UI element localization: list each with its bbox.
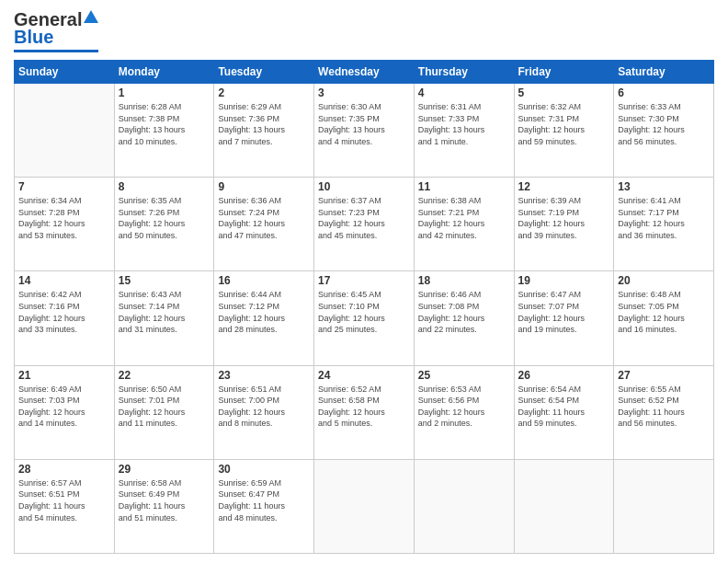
day-info: Sunrise: 6:57 AM Sunset: 6:51 PM Dayligh… [18,477,110,523]
calendar-week-row: 1Sunrise: 6:28 AM Sunset: 7:38 PM Daylig… [15,84,714,178]
table-row: 24Sunrise: 6:52 AM Sunset: 6:58 PM Dayli… [314,365,415,459]
col-tuesday: Tuesday [214,61,314,84]
calendar-week-row: 7Sunrise: 6:34 AM Sunset: 7:28 PM Daylig… [15,178,714,271]
calendar-week-row: 14Sunrise: 6:42 AM Sunset: 7:16 PM Dayli… [15,271,714,365]
day-number: 11 [418,180,510,193]
table-row: 27Sunrise: 6:55 AM Sunset: 6:52 PM Dayli… [614,365,714,459]
table-row: 10Sunrise: 6:37 AM Sunset: 7:23 PM Dayli… [314,178,415,271]
day-number: 21 [18,369,110,382]
day-info: Sunrise: 6:48 AM Sunset: 7:05 PM Dayligh… [618,289,710,335]
table-row: 1Sunrise: 6:28 AM Sunset: 7:38 PM Daylig… [114,84,214,178]
calendar-header-row: Sunday Monday Tuesday Wednesday Thursday… [15,61,714,84]
day-number: 19 [518,274,610,287]
table-row [614,459,714,553]
col-wednesday: Wednesday [314,61,415,84]
logo: General Blue [14,9,98,52]
col-saturday: Saturday [614,61,714,84]
day-number: 23 [218,369,310,382]
day-info: Sunrise: 6:51 AM Sunset: 7:00 PM Dayligh… [218,384,310,430]
col-monday: Monday [114,61,214,84]
calendar-week-row: 21Sunrise: 6:49 AM Sunset: 7:03 PM Dayli… [15,365,714,459]
day-number: 9 [218,180,310,193]
day-number: 6 [618,86,710,99]
day-number: 4 [418,86,510,99]
day-number: 26 [518,369,610,382]
day-number: 25 [418,369,510,382]
day-number: 29 [119,463,210,476]
table-row: 7Sunrise: 6:34 AM Sunset: 7:28 PM Daylig… [15,178,115,271]
table-row: 3Sunrise: 6:30 AM Sunset: 7:35 PM Daylig… [314,84,415,178]
day-info: Sunrise: 6:49 AM Sunset: 7:03 PM Dayligh… [18,384,110,430]
table-row: 18Sunrise: 6:46 AM Sunset: 7:08 PM Dayli… [414,271,514,365]
day-info: Sunrise: 6:46 AM Sunset: 7:08 PM Dayligh… [418,289,510,335]
day-info: Sunrise: 6:41 AM Sunset: 7:17 PM Dayligh… [618,195,710,241]
day-number: 13 [618,180,710,193]
day-info: Sunrise: 6:45 AM Sunset: 7:10 PM Dayligh… [318,289,410,335]
day-info: Sunrise: 6:37 AM Sunset: 7:23 PM Dayligh… [318,195,410,241]
day-info: Sunrise: 6:38 AM Sunset: 7:21 PM Dayligh… [418,195,510,241]
logo-triangle-icon [84,8,98,27]
day-number: 16 [218,274,310,287]
day-info: Sunrise: 6:39 AM Sunset: 7:19 PM Dayligh… [518,195,610,241]
page: General Blue Sunday Monday Tuesday Wedne… [0,0,728,563]
header: General Blue [14,9,714,52]
day-info: Sunrise: 6:34 AM Sunset: 7:28 PM Dayligh… [18,195,110,241]
table-row: 25Sunrise: 6:53 AM Sunset: 6:56 PM Dayli… [414,365,514,459]
day-number: 3 [318,86,410,99]
day-info: Sunrise: 6:53 AM Sunset: 6:56 PM Dayligh… [418,384,510,430]
day-number: 17 [318,274,410,287]
table-row: 6Sunrise: 6:33 AM Sunset: 7:30 PM Daylig… [614,84,714,178]
col-sunday: Sunday [15,61,115,84]
table-row: 11Sunrise: 6:38 AM Sunset: 7:21 PM Dayli… [414,178,514,271]
day-info: Sunrise: 6:28 AM Sunset: 7:38 PM Dayligh… [119,101,210,147]
day-info: Sunrise: 6:36 AM Sunset: 7:24 PM Dayligh… [218,195,310,241]
day-info: Sunrise: 6:47 AM Sunset: 7:07 PM Dayligh… [518,289,610,335]
day-number: 5 [518,86,610,99]
day-info: Sunrise: 6:58 AM Sunset: 6:49 PM Dayligh… [119,477,210,523]
day-info: Sunrise: 6:43 AM Sunset: 7:14 PM Dayligh… [119,289,210,335]
day-info: Sunrise: 6:33 AM Sunset: 7:30 PM Dayligh… [618,101,710,147]
day-info: Sunrise: 6:59 AM Sunset: 6:47 PM Dayligh… [218,477,310,523]
table-row: 15Sunrise: 6:43 AM Sunset: 7:14 PM Dayli… [114,271,214,365]
day-info: Sunrise: 6:44 AM Sunset: 7:12 PM Dayligh… [218,289,310,335]
table-row: 30Sunrise: 6:59 AM Sunset: 6:47 PM Dayli… [214,459,314,553]
col-thursday: Thursday [414,61,514,84]
day-info: Sunrise: 6:54 AM Sunset: 6:54 PM Dayligh… [518,384,610,430]
day-number: 18 [418,274,510,287]
table-row: 4Sunrise: 6:31 AM Sunset: 7:33 PM Daylig… [414,84,514,178]
col-friday: Friday [514,61,614,84]
table-row: 28Sunrise: 6:57 AM Sunset: 6:51 PM Dayli… [15,459,115,553]
svg-marker-0 [84,10,98,23]
logo-line [14,50,98,52]
table-row: 16Sunrise: 6:44 AM Sunset: 7:12 PM Dayli… [214,271,314,365]
table-row: 19Sunrise: 6:47 AM Sunset: 7:07 PM Dayli… [514,271,614,365]
table-row: 20Sunrise: 6:48 AM Sunset: 7:05 PM Dayli… [614,271,714,365]
table-row [314,459,415,553]
table-row: 26Sunrise: 6:54 AM Sunset: 6:54 PM Dayli… [514,365,614,459]
table-row: 5Sunrise: 6:32 AM Sunset: 7:31 PM Daylig… [514,84,614,178]
table-row: 17Sunrise: 6:45 AM Sunset: 7:10 PM Dayli… [314,271,415,365]
day-info: Sunrise: 6:50 AM Sunset: 7:01 PM Dayligh… [119,384,210,430]
day-info: Sunrise: 6:32 AM Sunset: 7:31 PM Dayligh… [518,101,610,147]
day-number: 14 [18,274,110,287]
day-info: Sunrise: 6:29 AM Sunset: 7:36 PM Dayligh… [218,101,310,147]
day-number: 2 [218,86,310,99]
day-info: Sunrise: 6:55 AM Sunset: 6:52 PM Dayligh… [618,384,710,430]
day-number: 12 [518,180,610,193]
day-number: 15 [119,274,210,287]
table-row: 2Sunrise: 6:29 AM Sunset: 7:36 PM Daylig… [214,84,314,178]
day-number: 8 [119,180,210,193]
day-info: Sunrise: 6:52 AM Sunset: 6:58 PM Dayligh… [318,384,410,430]
day-info: Sunrise: 6:42 AM Sunset: 7:16 PM Dayligh… [18,289,110,335]
table-row [514,459,614,553]
day-number: 1 [119,86,210,99]
table-row: 9Sunrise: 6:36 AM Sunset: 7:24 PM Daylig… [214,178,314,271]
day-number: 22 [119,369,210,382]
calendar-table: Sunday Monday Tuesday Wednesday Thursday… [14,60,714,554]
day-info: Sunrise: 6:30 AM Sunset: 7:35 PM Dayligh… [318,101,410,147]
day-number: 20 [618,274,710,287]
day-number: 28 [18,463,110,476]
calendar-week-row: 28Sunrise: 6:57 AM Sunset: 6:51 PM Dayli… [15,459,714,553]
table-row: 8Sunrise: 6:35 AM Sunset: 7:26 PM Daylig… [114,178,214,271]
day-number: 27 [618,369,710,382]
